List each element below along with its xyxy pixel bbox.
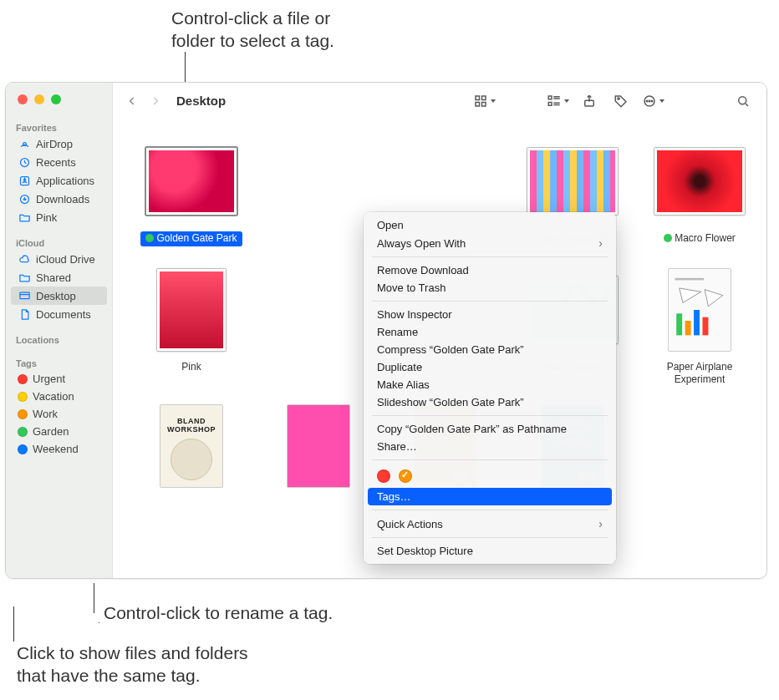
sidebar-tag-work[interactable]: Work	[6, 405, 112, 423]
nav-forward-button[interactable]	[148, 92, 163, 110]
sidebar-airdrop[interactable]: AirDrop	[6, 134, 112, 153]
file-pink-doc[interactable]	[260, 404, 377, 488]
sidebar-item-label: Documents	[36, 308, 91, 321]
svg-rect-18	[675, 277, 704, 280]
menu-duplicate[interactable]: Duplicate	[364, 358, 616, 376]
menu-make-alias[interactable]: Make Alias	[364, 376, 616, 393]
window-controls	[18, 94, 61, 104]
menu-separator	[372, 537, 608, 538]
finder-window: Favorites AirDrop Recents Applications D…	[5, 82, 767, 579]
sidebar-shared[interactable]: Shared	[6, 268, 112, 287]
file-thumbnail: BLAND WORKSHOP	[145, 404, 238, 488]
sidebar-item-label: Weekend	[33, 443, 79, 455]
clock-icon	[18, 155, 31, 169]
airdrop-icon	[18, 137, 31, 150]
callout-line-mid-h	[99, 622, 99, 623]
tag-dot-icon	[18, 392, 28, 402]
file-paper-airplane-experiment[interactable]: Paper Airplane Experiment	[641, 263, 758, 388]
menu-set-desktop-picture[interactable]: Set Desktop Picture	[364, 542, 616, 560]
svg-rect-8	[481, 102, 486, 106]
menu-share[interactable]: Share…	[364, 438, 616, 455]
callout-line-bot	[13, 606, 14, 642]
downloads-icon	[18, 192, 31, 205]
menu-quick-actions[interactable]: Quick Actions ›	[364, 515, 616, 533]
window-title: Desktop	[176, 94, 226, 108]
search-button[interactable]	[731, 91, 755, 111]
tag-dot-icon	[664, 234, 672, 242]
sidebar-applications[interactable]: Applications	[6, 171, 112, 190]
sidebar-pink[interactable]: Pink	[6, 208, 112, 226]
chevron-right-icon: ›	[598, 517, 603, 530]
svg-rect-6	[481, 96, 486, 100]
toolbar: Desktop	[113, 83, 766, 119]
shared-folder-icon	[18, 271, 31, 284]
close-window-button[interactable]	[18, 94, 28, 104]
file-golden-gate-park[interactable]: Golden Gate Park	[133, 134, 250, 246]
menu-separator	[372, 301, 608, 302]
svg-rect-21	[694, 310, 700, 335]
sidebar-documents[interactable]: Documents	[6, 305, 112, 323]
svg-rect-7	[476, 102, 480, 106]
tag-dot-icon	[18, 409, 28, 419]
svg-point-15	[649, 100, 650, 102]
file-label: Macro Flower	[659, 231, 741, 246]
sidebar-item-label: Garden	[33, 425, 69, 438]
cloud-icon	[18, 252, 31, 266]
document-icon	[18, 307, 31, 321]
menu-tags[interactable]: Tags…	[368, 488, 612, 505]
share-button[interactable]	[578, 91, 601, 111]
sidebar-tag-garden[interactable]: Garden	[6, 423, 112, 440]
sidebar-item-label: Pink	[36, 211, 57, 224]
sidebar-tag-weekend[interactable]: Weekend	[6, 440, 112, 458]
group-by-button[interactable]	[546, 91, 569, 111]
callout-bot: Click to show files and folders that hav…	[17, 642, 248, 687]
menu-show-inspector[interactable]: Show Inspector	[364, 306, 616, 323]
tags-button[interactable]	[609, 91, 633, 111]
view-mode-button[interactable]	[472, 91, 496, 111]
menu-rename[interactable]: Rename	[364, 323, 616, 341]
menu-tag-colors	[364, 464, 616, 488]
menu-move-to-trash[interactable]: Move to Trash	[364, 279, 616, 297]
sidebar-icloud-drive[interactable]: iCloud Drive	[6, 250, 112, 268]
desktop-icon	[18, 289, 31, 302]
menu-always-open-with[interactable]: Always Open With ›	[364, 234, 616, 252]
menu-compress[interactable]: Compress “Golden Gate Park”	[364, 341, 616, 358]
menu-slideshow[interactable]: Slideshow “Golden Gate Park”	[364, 393, 616, 411]
more-actions-button[interactable]	[641, 91, 664, 111]
tag-color-red[interactable]	[377, 469, 390, 483]
menu-copy-pathname[interactable]: Copy “Golden Gate Park” as Pathname	[364, 420, 616, 438]
file-thumbnail	[145, 263, 238, 357]
sidebar-item-label: Applications	[36, 175, 94, 187]
svg-rect-22	[702, 317, 708, 335]
menu-separator	[372, 459, 608, 460]
sidebar-section-locations: Locations	[6, 330, 112, 347]
sidebar-recents[interactable]: Recents	[6, 153, 112, 171]
file-thumbnail	[653, 263, 746, 357]
menu-separator	[372, 415, 608, 416]
svg-rect-19	[676, 313, 682, 335]
nav-back-button[interactable]	[125, 92, 140, 110]
file-label: Pink	[176, 360, 206, 375]
sidebar-desktop[interactable]: Desktop	[11, 287, 107, 305]
file-bland-workshop[interactable]: BLAND WORKSHOP	[133, 404, 250, 488]
tag-dot-icon	[18, 444, 28, 454]
sidebar-downloads[interactable]: Downloads	[6, 190, 112, 208]
zoom-window-button[interactable]	[51, 94, 61, 104]
minimize-window-button[interactable]	[34, 94, 44, 104]
chevron-right-icon: ›	[598, 236, 603, 250]
svg-rect-9	[548, 96, 552, 99]
file-macro-flower[interactable]: Macro Flower	[641, 134, 758, 246]
tag-dot-icon	[18, 374, 28, 384]
sidebar-section-favorites: Favorites	[6, 118, 112, 134]
menu-remove-download[interactable]: Remove Download	[364, 261, 616, 279]
sidebar-item-label: Shared	[36, 271, 71, 284]
tag-dot-icon	[145, 234, 154, 242]
sidebar-tag-urgent[interactable]: Urgent	[6, 370, 112, 388]
tag-color-orange[interactable]	[399, 469, 412, 483]
file-pink[interactable]: Pink	[133, 263, 250, 388]
file-thumbnail	[145, 134, 238, 228]
file-label: Paper Airplane Experiment	[662, 360, 738, 388]
sidebar-tag-vacation[interactable]: Vacation	[6, 388, 112, 405]
menu-open[interactable]: Open	[364, 216, 616, 234]
file-thumbnail	[653, 134, 746, 228]
